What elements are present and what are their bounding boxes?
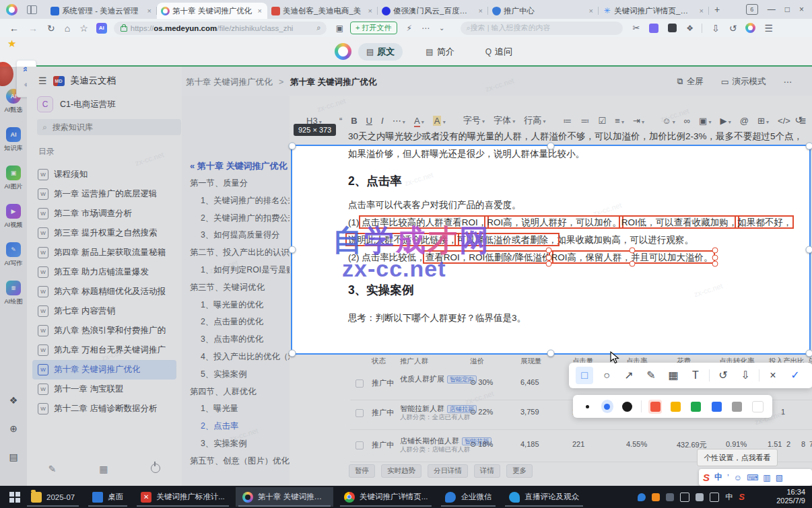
color-swatch-#f7b500[interactable] xyxy=(669,400,682,414)
punctuation-icon[interactable]: ’ xyxy=(727,473,729,482)
taskbar-item[interactable]: 桌面 xyxy=(86,487,130,507)
taskbar-item[interactable]: 关键词推广详情页... xyxy=(337,487,435,507)
shield-app-icon[interactable] xyxy=(666,493,674,501)
tab-close-icon[interactable]: × xyxy=(477,7,484,15)
tray-lang-indicator[interactable]: 中 xyxy=(725,492,733,502)
browser-tab[interactable]: 美迪创客_美迪电商_美× xyxy=(267,3,378,19)
skin-icon[interactable]: ▥ xyxy=(763,473,770,482)
tab-close-icon[interactable]: × xyxy=(588,7,595,15)
history-icon[interactable]: ↺ xyxy=(729,23,737,34)
mode-tab-追问[interactable]: Q追问 xyxy=(477,43,520,61)
sogou-logo-icon[interactable]: S xyxy=(703,472,710,483)
quick-search-box[interactable]: ⌕ 搜索 | 输入想搜索的内容 xyxy=(461,22,623,35)
cancel-capture-icon[interactable]: × xyxy=(764,367,782,384)
maximize-button[interactable]: □ xyxy=(785,5,790,14)
mic-icon[interactable] xyxy=(680,493,689,502)
selection-handle-se[interactable] xyxy=(806,350,812,357)
color-swatch-#9e9e9e[interactable] xyxy=(731,400,743,414)
confirm-capture-icon[interactable]: ✓ xyxy=(786,367,804,384)
ellipse-tool-icon[interactable]: ○ xyxy=(598,367,615,384)
capture-selection[interactable] xyxy=(291,145,811,355)
taskbar-clock[interactable]: 16:34 2025/7/9 xyxy=(776,488,805,505)
selection-handle-s[interactable] xyxy=(547,350,555,357)
mode-tab-简介[interactable]: ▤简介 xyxy=(417,43,462,61)
close-button[interactable]: × xyxy=(799,5,804,14)
selection-handle-n[interactable] xyxy=(547,143,555,150)
bookmark-star-icon[interactable]: ★ xyxy=(7,38,16,50)
color-swatch-#ffffff[interactable] xyxy=(751,400,764,414)
download-capture-icon[interactable]: ⇩ xyxy=(737,367,754,384)
tab-close-icon[interactable]: × xyxy=(146,7,153,15)
browser-tab[interactable]: 第十章 关键词推广优化× xyxy=(157,3,267,19)
undo-annotation-icon[interactable]: ↺ xyxy=(714,367,732,384)
window-layout-icon[interactable] xyxy=(27,5,37,14)
volume-icon[interactable] xyxy=(710,493,719,502)
display-icon[interactable] xyxy=(696,493,704,501)
taskbar-item[interactable]: 2025-07 xyxy=(24,487,81,507)
selection-handle-sw[interactable] xyxy=(289,350,296,357)
color-swatch-#1fa94e[interactable] xyxy=(689,400,702,414)
tab-close-icon[interactable]: × xyxy=(257,7,263,15)
taskbar-item-label: 企业微信 xyxy=(461,492,492,502)
collapse-icon[interactable]: ⌄ xyxy=(439,24,444,32)
open-file-button[interactable]: + 打开文件 xyxy=(350,22,397,34)
browser-tab[interactable]: ✳关键词推广详情页_万相× xyxy=(599,3,709,19)
more-tools-icon[interactable]: ⋯ xyxy=(421,24,430,33)
download-icon[interactable]: ⇩ xyxy=(712,23,720,34)
taskbar-item[interactable]: 直播评论及观众 xyxy=(502,487,586,507)
mode-tab-原文[interactable]: ▤原文 xyxy=(358,43,403,61)
search-in-page-icon[interactable]: ⌕ xyxy=(316,24,320,32)
shield-favicon xyxy=(492,7,501,15)
mosaic-tool-icon[interactable]: ▦ xyxy=(665,367,682,384)
snapshot-icon[interactable]: ▣ xyxy=(336,24,343,33)
orange-app-icon[interactable] xyxy=(652,493,660,501)
selection-handle-nw[interactable] xyxy=(289,143,296,150)
selection-handle-ne[interactable] xyxy=(806,143,812,150)
reload-icon[interactable]: ↻ xyxy=(47,23,55,34)
emoji-icon[interactable]: ☺ xyxy=(734,473,742,482)
tray-sogou-icon[interactable]: S xyxy=(739,492,745,502)
address-bar[interactable]: https://os.medeyun.com/file/zhishiku/cla… xyxy=(114,22,327,35)
color-swatch-#f1573f[interactable] xyxy=(648,400,661,414)
lightning-icon[interactable]: ⚡ xyxy=(407,24,412,33)
ai-assistant-icon[interactable]: AI xyxy=(96,23,107,34)
stroke-size-5[interactable] xyxy=(581,400,594,413)
tab-close-icon[interactable]: × xyxy=(698,7,705,15)
browser-ball-icon[interactable] xyxy=(745,23,755,33)
extension-purple-icon[interactable] xyxy=(649,24,658,33)
rect-tool-icon[interactable]: □ xyxy=(576,367,593,384)
extension-dark-icon[interactable] xyxy=(668,24,677,32)
browser-tab[interactable]: 系统管理 - 美迪云管理× xyxy=(46,3,157,19)
taskbar-item[interactable]: 企业微信 xyxy=(438,487,498,507)
minimize-button[interactable]: — xyxy=(768,5,776,14)
selection-handle-w[interactable] xyxy=(289,246,296,254)
bookmark-icon[interactable]: ☆ xyxy=(79,23,88,34)
stroke-size-9[interactable] xyxy=(601,400,614,413)
tab-count-badge[interactable]: 6 xyxy=(746,4,758,15)
keyboard-icon[interactable]: ⌨ xyxy=(747,473,758,482)
toolbox-icon[interactable]: ▧ xyxy=(776,473,783,482)
wecom-tray-icon[interactable] xyxy=(638,493,646,501)
screen: 系统管理 - 美迪云管理×第十章 关键词推广优化×美迪创客_美迪电商_美×傻强澳… xyxy=(0,0,812,508)
color-swatch-#2e6ef2[interactable] xyxy=(710,400,723,414)
start-button[interactable] xyxy=(9,492,20,503)
taskbar-item[interactable]: ✕关键词推广标准计... xyxy=(134,487,232,507)
home-icon[interactable]: ⌂ xyxy=(65,23,70,34)
browser-tab[interactable]: 推广中心× xyxy=(488,3,599,19)
selection-handle-e[interactable] xyxy=(806,246,812,254)
taskbar-items: 2025-07桌面✕关键词推广标准计...第十章 关键词推广...关键词推广详情… xyxy=(20,487,586,507)
scissors-icon[interactable]: ✂ xyxy=(632,23,640,33)
arrow-tool-icon[interactable]: ↗ xyxy=(620,367,638,384)
ime-lang-toggle[interactable]: 中 xyxy=(714,472,722,483)
browser-tab[interactable]: 傻强澳门风云_百度搜索× xyxy=(378,3,488,19)
tab-close-icon[interactable]: × xyxy=(367,7,374,15)
puzzle-icon[interactable]: ❖ xyxy=(686,24,693,33)
taskbar-item[interactable]: 第十章 关键词推广... xyxy=(236,487,333,507)
menu-icon[interactable]: ☰ xyxy=(765,23,774,34)
back-icon[interactable]: ← xyxy=(9,23,19,34)
forward-icon[interactable]: → xyxy=(28,23,38,34)
stroke-size-15[interactable] xyxy=(621,400,634,413)
text-tool-icon[interactable]: T xyxy=(687,367,704,384)
new-tab-button[interactable]: + xyxy=(714,4,720,15)
pen-tool-icon[interactable]: ✎ xyxy=(642,367,660,384)
